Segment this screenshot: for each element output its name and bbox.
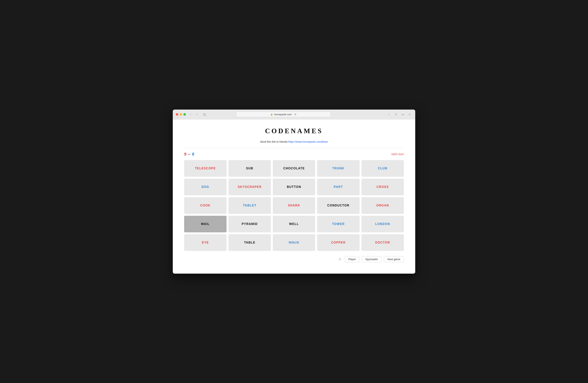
browser-chrome: ‹ › ◫ 🔒 horsepaste.com ⟳ ↓ ⇧ ▭ + (173, 110, 415, 119)
share-prefix: Send this link to friends: (260, 140, 288, 143)
card-word: BUTTON (285, 185, 303, 189)
card-word: MAIL (199, 222, 211, 226)
share-icon[interactable]: ⇧ (393, 112, 399, 117)
card-pyramid[interactable]: PYRAMID (229, 216, 271, 232)
player-button[interactable]: Player (345, 256, 359, 262)
browser-window: ‹ › ◫ 🔒 horsepaste.com ⟳ ↓ ⇧ ▭ + CODENAM… (173, 110, 415, 274)
card-word: CONDUCTOR (326, 204, 351, 207)
card-ninja[interactable]: NINJA (273, 234, 315, 251)
card-club[interactable]: CLUB (361, 160, 404, 177)
card-word: SUB (245, 167, 255, 170)
card-telescope[interactable]: TELESCOPE (184, 160, 227, 177)
card-doctor[interactable]: DOCTOR (361, 234, 404, 251)
card-word: SKYSCRAPER (236, 185, 263, 189)
browser-tools: ↓ ⇧ ▭ + (386, 112, 412, 117)
card-part[interactable]: PART (317, 179, 359, 195)
card-word: DOCTOR (374, 241, 392, 244)
lock-icon: 🔒 (270, 113, 273, 116)
card-mail[interactable]: MAIL (184, 216, 227, 232)
score-display: 9 – 8 (184, 152, 194, 157)
score-red: 9 (184, 152, 186, 156)
card-word: CHOCOLATE (282, 167, 306, 170)
card-word: TOWER (331, 222, 346, 226)
card-tablet[interactable]: TABLET (229, 197, 271, 214)
card-tower[interactable]: TOWER (317, 216, 359, 232)
traffic-lights (176, 113, 186, 116)
card-word: PART (332, 185, 344, 189)
spymaster-button[interactable]: Spymaster (362, 256, 381, 262)
share-link-row: Send this link to friends:https://www.ho… (184, 140, 404, 143)
card-table[interactable]: TABLE (229, 234, 271, 251)
card-london[interactable]: LONDON (361, 216, 404, 232)
download-icon[interactable]: ↓ (386, 112, 392, 117)
url-text: horsepaste.com (274, 113, 292, 116)
card-word: WELL (288, 222, 300, 226)
svg-point-0 (339, 259, 340, 260)
card-word: DOG (200, 185, 211, 189)
turn-indicator: red's turn (391, 153, 404, 156)
address-bar[interactable]: 🔒 horsepaste.com ⟳ (236, 112, 331, 117)
card-cook[interactable]: COOK (184, 197, 227, 214)
card-shark[interactable]: SHARK (273, 197, 315, 214)
card-sub[interactable]: SUB (229, 160, 271, 177)
card-trunk[interactable]: TRUNK (317, 160, 359, 177)
card-word: NINJA (287, 241, 301, 244)
page-title: CODENAMES (184, 127, 404, 135)
card-cross[interactable]: CROSS (361, 179, 404, 195)
next-game-button[interactable]: Next game (384, 256, 404, 262)
card-word: LONDON (374, 222, 392, 226)
score-dash: – (188, 152, 190, 156)
card-word: TABLET (242, 204, 258, 207)
new-tab-icon[interactable]: + (407, 112, 412, 117)
card-word: PYRAMID (240, 222, 259, 226)
card-chocolate[interactable]: CHOCOLATE (273, 160, 315, 177)
card-word: CROSS (375, 185, 390, 189)
score-blue: 8 (192, 152, 194, 156)
card-word: EYE (200, 241, 210, 244)
page-content: CODENAMES Send this link to friends:http… (173, 119, 415, 274)
divider (184, 148, 404, 148)
card-organ[interactable]: ORGAN (361, 197, 404, 214)
sidebar-button[interactable]: ◫ (202, 112, 207, 117)
bottom-controls: Player Spymaster Next game (184, 256, 404, 262)
card-word: COPPER (330, 241, 347, 244)
card-eye[interactable]: EYE (184, 234, 227, 251)
minimize-button[interactable] (180, 113, 182, 116)
card-copper[interactable]: COPPER (317, 234, 359, 251)
back-button[interactable]: ‹ (188, 112, 193, 117)
nav-buttons: ‹ › (188, 112, 199, 117)
close-button[interactable] (176, 113, 178, 116)
card-dog[interactable]: DOG (184, 179, 227, 195)
card-word: COOK (199, 204, 212, 207)
score-row: 9 – 8 red's turn (184, 152, 404, 157)
card-word: TELESCOPE (193, 167, 217, 170)
share-url[interactable]: https://www.horsepaste.com/bean (288, 140, 328, 143)
card-grid: TELESCOPESUBCHOCOLATETRUNKCLUBDOGSKYSCRA… (184, 160, 404, 251)
forward-button[interactable]: › (194, 112, 199, 117)
card-conductor[interactable]: CONDUCTOR (317, 197, 359, 214)
settings-icon (337, 257, 342, 262)
reload-icon[interactable]: ⟳ (294, 113, 296, 116)
card-word: TABLE (242, 241, 257, 244)
card-word: TRUNK (331, 167, 346, 170)
card-well[interactable]: WELL (273, 216, 315, 232)
card-word: ORGAN (375, 204, 390, 207)
tabs-icon[interactable]: ▭ (400, 112, 405, 117)
fullscreen-button[interactable] (183, 113, 186, 116)
card-button[interactable]: BUTTON (273, 179, 315, 195)
card-word: SHARK (286, 204, 302, 207)
card-word: CLUB (377, 167, 389, 170)
card-skyscraper[interactable]: SKYSCRAPER (229, 179, 271, 195)
